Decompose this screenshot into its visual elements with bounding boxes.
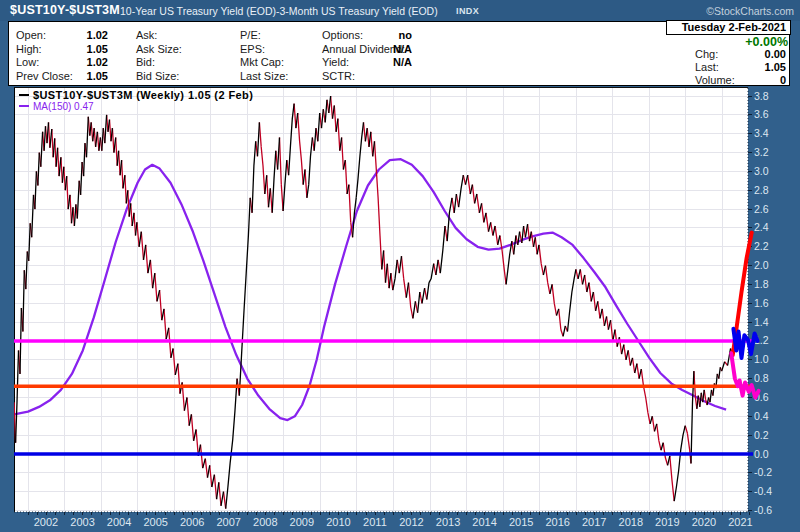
x-axis-year-label: 2015 (509, 516, 533, 528)
legend-ma-text: MA(150) 0.47 (33, 101, 94, 112)
chg-label: Chg: (695, 48, 718, 60)
y-axis-value-label: 0.0 (754, 448, 769, 460)
x-axis-year-label: 2004 (107, 516, 131, 528)
x-axis-year-label: 2016 (545, 516, 569, 528)
x-axis-year-label: 2012 (399, 516, 423, 528)
scenario-magenta (731, 353, 758, 397)
x-axis-year-label: 2007 (217, 516, 241, 528)
x-axis-year-label: 2018 (619, 516, 643, 528)
y-axis-value-label: 3.8 (754, 90, 769, 102)
mkt-cap-label: Mkt Cap: (240, 56, 284, 68)
last-size-label: Last Size: (240, 70, 288, 82)
axis-borders (14, 87, 752, 515)
y-axis-value-label: 0.2 (754, 429, 769, 441)
x-axis-year-label: 2017 (582, 516, 606, 528)
x-axis-year-label: 2002 (34, 516, 58, 528)
low-value: 1.02 (48, 56, 108, 68)
x-axis-year-label: 2020 (692, 516, 716, 528)
header-bar: $UST10Y-$UST3M 10-Year US Treasury Yield… (0, 0, 800, 21)
y-axis-value-label: 2.8 (754, 184, 769, 196)
price-series-dash-icon (19, 94, 29, 96)
stockcharts-page: $UST10Y-$UST3M 10-Year US Treasury Yield… (0, 0, 800, 532)
sctr-label: SCTR: (322, 70, 355, 82)
y-axis-value-label: 0.4 (754, 410, 769, 422)
y-axis-value-label: 1.6 (754, 297, 769, 309)
axis-labels: 2002200320042005200620072008200920102011… (34, 90, 772, 528)
stockcharts-copyright: ©StockCharts.com (706, 5, 794, 17)
x-axis-year-label: 2009 (290, 516, 314, 528)
y-axis-value-label: 1.2 (754, 334, 769, 346)
high-label: High: (16, 43, 42, 55)
x-axis-year-label: 2021 (728, 516, 752, 528)
y-axis-value-label: 3.0 (754, 165, 769, 177)
y-axis-value-label: 0.6 (754, 391, 769, 403)
x-axis-year-label: 2013 (436, 516, 460, 528)
ask-label: Ask: (136, 29, 157, 41)
x-axis-year-label: 2008 (253, 516, 277, 528)
x-axis-year-label: 2003 (70, 516, 94, 528)
y-axis-value-label: 1.8 (754, 278, 769, 290)
price-line-up (16, 96, 731, 509)
pe-label: P/E: (240, 29, 261, 41)
open-label: Open: (16, 29, 46, 41)
y-axis-value-label: 1.0 (754, 353, 769, 365)
legend-price-text: $UST10Y-$UST3M (Weekly) 1.05 (2 Feb) (33, 89, 253, 101)
dividend-value: N/A (380, 43, 412, 55)
scenario-blue (733, 329, 757, 358)
x-axis-year-label: 2019 (655, 516, 679, 528)
y-axis-value-label: -0.6 (754, 504, 772, 516)
horizontal-lines (14, 341, 753, 454)
exchange-tag: INDX (456, 6, 479, 16)
last-value: 1.05 (716, 61, 786, 73)
y-axis-value-label: 2.0 (754, 259, 769, 271)
ask-size-label: Ask Size: (136, 43, 182, 55)
volume-value: 0 (716, 74, 786, 86)
y-axis-value-label: 1.4 (754, 316, 769, 328)
y-axis-value-label: -0.2 (754, 466, 772, 478)
series-group (14, 96, 733, 509)
y-axis-value-label: 3.4 (754, 127, 769, 139)
x-axis-year-label: 2010 (326, 516, 350, 528)
eps-label: EPS: (240, 43, 265, 55)
legend-price-series: $UST10Y-$UST3M (Weekly) 1.05 (2 Feb) (19, 89, 253, 101)
y-axis-value-label: 3.6 (754, 108, 769, 120)
low-label: Low: (16, 56, 39, 68)
date-box: Tuesday 2-Feb-2021 (666, 20, 791, 35)
x-axis-year-label: 2011 (363, 516, 387, 528)
y-axis-value-label: -0.4 (754, 485, 772, 497)
plot-background (14, 87, 748, 512)
change-percent: +0.00% (650, 35, 788, 49)
price-line-down (14, 96, 733, 509)
gridlines (14, 88, 748, 512)
y-axis-value-label: 0.8 (754, 372, 769, 384)
open-value: 1.02 (48, 29, 108, 41)
bid-label: Bid: (136, 56, 155, 68)
x-axis-year-label: 2005 (143, 516, 167, 528)
x-axis-year-label: 2006 (180, 516, 204, 528)
y-axis-value-label: 3.2 (754, 146, 769, 158)
x-axis-year-label: 2014 (472, 516, 496, 528)
chg-value: 0.00 (716, 48, 786, 60)
options-label: Options: (322, 29, 363, 41)
options-value: no (380, 29, 412, 41)
yield-label: Yield: (322, 56, 349, 68)
legend-ma: MA(150) 0.47 (19, 101, 94, 112)
high-value: 1.05 (48, 43, 108, 55)
symbol-title: $UST10Y-$UST3M (10, 3, 120, 17)
yield-value: N/A (380, 56, 412, 68)
prev-close-value: 1.05 (48, 70, 108, 82)
drawn-annotations (731, 233, 758, 398)
ma150-line (14, 159, 726, 420)
bid-size-label: Bid Size: (136, 70, 179, 82)
symbol-description: 10-Year US Treasury Yield (EOD)-3-Month … (120, 5, 438, 17)
ma-dash-icon (19, 105, 29, 107)
y-axis-value-label: 2.2 (754, 240, 769, 252)
y-axis-value-label: 2.6 (754, 203, 769, 215)
y-axis-value-label: 2.4 (754, 221, 769, 233)
projection-red (733, 233, 752, 356)
